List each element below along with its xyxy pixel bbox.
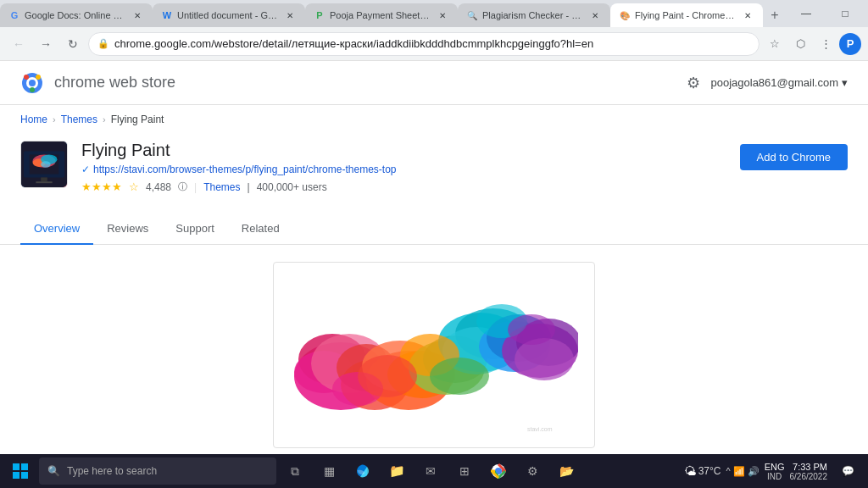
overview-area: stavi.com [0, 245, 868, 454]
mail-taskbar-icon[interactable]: ✉ [415, 456, 446, 486]
reload-button[interactable]: ↻ [61, 32, 85, 56]
chrome-taskbar-icon[interactable] [483, 456, 514, 486]
cws-settings-icon[interactable]: ⚙ [687, 74, 700, 92]
svg-point-34 [515, 338, 574, 380]
tab-favicon-2: W [161, 9, 173, 21]
tabs-area: G Google Docs: Online Docum... ✕ W Untit… [0, 0, 787, 27]
taskbar-date-text: 6/26/2022 [790, 472, 828, 481]
extension-icon[interactable]: ⬡ [788, 32, 812, 56]
cws-title: chrome web store [54, 74, 175, 92]
tab-favicon-5: 🎨 [619, 9, 631, 21]
breadcrumb-home[interactable]: Home [20, 114, 47, 125]
tab-support[interactable]: Support [162, 214, 228, 245]
screenshot-container: stavi.com [273, 262, 595, 448]
stars-half: ☆ [129, 180, 139, 193]
svg-point-40 [508, 314, 555, 345]
breadcrumb-sep-2: › [103, 114, 106, 125]
language-indicator[interactable]: ENG IND [765, 462, 785, 481]
taskbar: 🔍 Type here to search ⧉ ▦ 📁 ✉ ⊞ ⚙ 📂 🌤 3 [0, 454, 868, 488]
svg-point-48 [496, 469, 501, 474]
cws-chevron-icon: ▾ [842, 76, 848, 89]
window-controls: — □ ✕ [787, 0, 868, 27]
breadcrumb: Home › Themes › Flying Paint [0, 105, 868, 134]
back-button[interactable]: ← [7, 32, 31, 56]
svg-point-37 [358, 355, 417, 397]
tab-close-4[interactable]: ✕ [588, 8, 602, 22]
info-icon[interactable]: ⓘ [178, 180, 187, 193]
apps-taskbar-icon[interactable]: ⊞ [449, 456, 480, 486]
category-link[interactable]: Themes [203, 181, 240, 193]
tab-title-4: Plagiarism Checker - Free &... [482, 10, 584, 20]
stars: ★★★★ [81, 180, 122, 193]
tab-close-3[interactable]: ✕ [436, 8, 449, 22]
weather-widget[interactable]: 🌤 37°C [684, 464, 721, 478]
taskbar-search[interactable]: 🔍 Type here to search [39, 458, 276, 485]
forward-button[interactable]: → [34, 32, 58, 56]
cws-user-email[interactable]: poojagola861@gmail.com ▾ [710, 76, 848, 89]
tab-close-2[interactable]: ✕ [283, 8, 297, 22]
toolbar-icons: ☆ ⬡ ⋮ P [763, 32, 861, 56]
settings-button[interactable]: ⋮ [814, 32, 837, 56]
new-tab-button[interactable]: + [763, 3, 787, 27]
extension-url[interactable]: ✓ https://stavi.com/browser-themes/p/fly… [81, 164, 726, 175]
add-to-chrome-button[interactable]: Add to Chrome [740, 144, 848, 170]
edge-icon [355, 463, 370, 479]
tab-google-docs2[interactable]: W Untitled document - Google... ✕ [153, 3, 305, 27]
task-view-button[interactable]: ⧉ [280, 456, 310, 486]
system-tray: ^ 📶 🔊 [726, 466, 759, 477]
url-bar[interactable]: 🔒 chrome.google.com/webstore/detail/летя… [88, 32, 760, 56]
verified-icon: ✓ [81, 164, 90, 175]
svg-text:stavi.com: stavi.com [527, 426, 553, 432]
extension-icon-image [20, 141, 68, 188]
folder-taskbar-icon[interactable]: 📁 [381, 456, 412, 486]
tab-plagiarism[interactable]: 🔍 Plagiarism Checker - Free &... ✕ [458, 3, 610, 27]
tab-payment-sheet[interactable]: P Pooja Payment Sheet - Goo... ✕ [305, 3, 458, 27]
tab-overview[interactable]: Overview [20, 214, 93, 245]
chrome-web-store-logo [20, 71, 44, 95]
svg-point-5 [30, 87, 35, 92]
extension-title: Flying Paint [81, 141, 726, 160]
settings-taskbar-icon[interactable]: ⚙ [517, 456, 548, 486]
edge-taskbar-icon[interactable] [348, 456, 378, 486]
tray-up-icon[interactable]: ^ [726, 466, 730, 476]
cws-header: chrome web store ⚙ poojagola861@gmail.co… [0, 61, 868, 105]
tab-close-5[interactable]: ✕ [741, 8, 754, 22]
volume-icon[interactable]: 🔊 [748, 466, 760, 477]
tab-google-docs[interactable]: G Google Docs: Online Docum... ✕ [0, 3, 153, 27]
cws-header-right: ⚙ poojagola861@gmail.com ▾ [687, 74, 848, 92]
close-button[interactable]: ✕ [865, 0, 868, 27]
svg-rect-13 [41, 177, 47, 181]
extension-screenshot: stavi.com [290, 274, 578, 435]
taskbar-clock[interactable]: 7:33 PM 6/26/2022 [790, 462, 828, 481]
profile-button[interactable]: P [839, 33, 861, 55]
minimize-button[interactable]: — [787, 0, 826, 27]
start-button[interactable] [5, 456, 36, 486]
bookmark-button[interactable]: ☆ [763, 32, 787, 56]
svg-point-2 [29, 80, 36, 86]
tab-reviews[interactable]: Reviews [93, 214, 162, 245]
temperature: 37°C [698, 465, 721, 477]
chrome-icon [491, 463, 506, 479]
svg-point-3 [24, 75, 29, 80]
tab-title-2: Untitled document - Google... [177, 10, 279, 20]
tab-flying-paint[interactable]: 🎨 Flying Paint - Chrome Web S... ✕ [610, 3, 763, 27]
secure-icon: 🔒 [97, 38, 109, 49]
svg-rect-43 [21, 463, 28, 470]
svg-rect-14 [36, 181, 52, 183]
tab-close-1[interactable]: ✕ [131, 8, 144, 22]
windows-logo-icon [12, 463, 29, 480]
rating-count: 4,488 [146, 181, 171, 193]
content-area: Home › Themes › Flying Paint Flying Pa [0, 105, 868, 454]
svg-point-4 [36, 75, 41, 80]
language-text: ENG [765, 462, 785, 472]
widgets-button[interactable]: ▦ [314, 456, 344, 486]
breadcrumb-current: Flying Paint [111, 114, 164, 125]
svg-rect-44 [13, 472, 19, 479]
explorer-taskbar-icon[interactable]: 📂 [551, 456, 581, 486]
tab-related[interactable]: Related [228, 214, 293, 245]
notification-button[interactable]: 💬 [832, 456, 863, 486]
network-icon[interactable]: 📶 [733, 466, 745, 477]
extension-url-text: https://stavi.com/browser-themes/p/flyin… [93, 164, 396, 175]
breadcrumb-themes[interactable]: Themes [61, 114, 97, 125]
maximize-button[interactable]: □ [826, 0, 865, 27]
